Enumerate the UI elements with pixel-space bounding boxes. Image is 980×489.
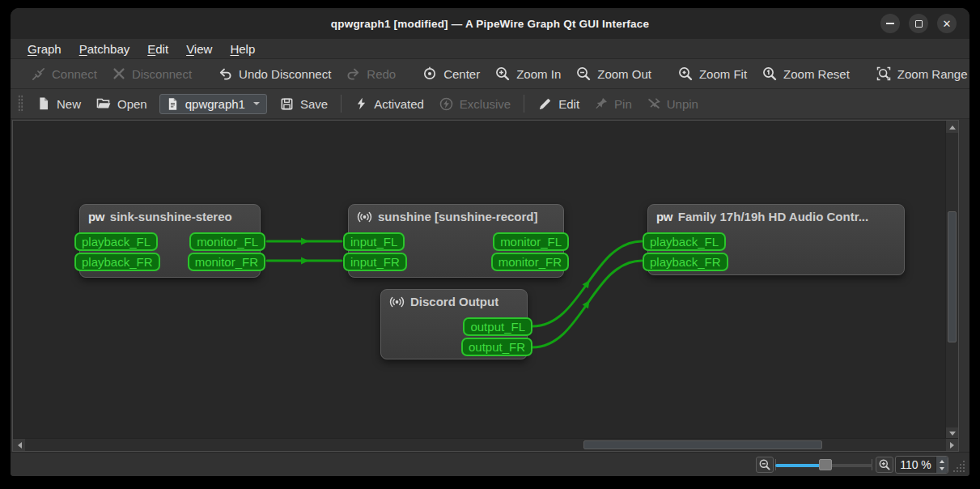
zoom-reset-label: Zoom Reset <box>783 67 850 81</box>
menu-patchbay[interactable]: Patchbay <box>70 41 139 57</box>
zoom-slider[interactable] <box>775 457 872 473</box>
center-label: Center <box>443 67 480 81</box>
node-title: sunshine [sunshine-record] <box>378 210 538 223</box>
scroll-right-button[interactable] <box>946 439 958 451</box>
menu-bar: Graph Patchbay Edit View Help <box>11 39 969 59</box>
graph-port-playback_FR[interactable]: playback_FR <box>74 253 160 271</box>
window-resize-grip[interactable] <box>952 459 966 476</box>
close-button[interactable]: ✕ <box>937 14 957 33</box>
zoom-out-label: Zoom Out <box>597 67 651 81</box>
new-button[interactable]: New <box>29 93 88 114</box>
menu-graph[interactable]: Graph <box>19 41 70 57</box>
exclusive-button[interactable]: Exclusive <box>431 93 518 115</box>
graph-port-monitor_FR[interactable]: monitor_FR <box>491 253 569 271</box>
center-icon <box>422 66 438 82</box>
node-header: sunshine [sunshine-record] <box>349 205 563 223</box>
statusbar-zoom-out-button[interactable] <box>756 457 774 473</box>
toolbar-separator <box>524 95 524 113</box>
exclusive-label: Exclusive <box>460 97 511 111</box>
triangle-left-icon <box>15 442 22 449</box>
scroll-up-button[interactable] <box>946 121 958 133</box>
undo-button[interactable]: Undo Disconnect <box>210 63 338 85</box>
zoom-out-button[interactable]: Zoom Out <box>568 62 659 85</box>
minimize-button[interactable] <box>880 14 900 33</box>
edit-pencil-icon <box>537 96 553 112</box>
graph-node-family[interactable]: pwFamily 17h/19h HD Audio Contr...playba… <box>647 204 905 275</box>
graph-canvas[interactable]: pwsink-sunshine-stereoplayback_FLplaybac… <box>12 120 959 452</box>
chevron-down-icon <box>253 102 260 108</box>
save-icon <box>279 96 295 112</box>
triangle-up-icon <box>949 122 956 130</box>
minimize-icon <box>886 23 894 24</box>
pipewire-icon: pw <box>656 210 672 223</box>
maximize-button[interactable] <box>909 14 928 33</box>
patchbay-selector[interactable]: qpwgraph1 <box>159 94 267 114</box>
graph-port-input_FR[interactable]: input_FR <box>343 253 407 271</box>
zoom-in-icon <box>878 458 891 471</box>
title-bar[interactable]: qpwgraph1 [modified] — A PipeWire Graph … <box>11 8 969 39</box>
unpin-button[interactable]: Unpin <box>639 93 706 114</box>
graph-port-playback_FL[interactable]: playback_FL <box>74 232 158 251</box>
triangle-down-icon <box>940 467 944 473</box>
open-label: Open <box>117 97 147 111</box>
zoom-range-button[interactable]: Zoom Range <box>868 62 969 85</box>
nodes-layer: pwsink-sunshine-stereoplayback_FLplaybac… <box>13 121 958 451</box>
statusbar-zoom-in-button[interactable] <box>876 457 893 473</box>
desktop: { "window": { "title": "qpwgraph1 [modif… <box>0 0 980 489</box>
menu-help[interactable]: Help <box>221 41 264 57</box>
open-button[interactable]: Open <box>88 92 155 115</box>
graph-port-output_FL[interactable]: output_FL <box>463 317 532 336</box>
zoom-slider-handle[interactable] <box>819 459 832 470</box>
graph-node-sunshine[interactable]: sunshine [sunshine-record]input_FLinput_… <box>348 204 564 278</box>
disconnect-icon <box>112 66 126 81</box>
zoom-spinbox[interactable]: 110 % <box>895 456 948 474</box>
vertical-scroll-thumb[interactable] <box>948 211 957 342</box>
file-toolbar: New Open qpwgraph1 Save Activated Exclus… <box>11 89 969 119</box>
node-header: pwsink-sunshine-stereo <box>80 205 260 223</box>
maximize-icon <box>915 20 923 28</box>
graph-port-playback_FL[interactable]: playback_FL <box>643 232 726 251</box>
graph-port-output_FR[interactable]: output_FR <box>461 338 532 356</box>
graph-node-discord[interactable]: Discord Outputoutput_FLoutput_FR <box>380 289 528 359</box>
triangle-right-icon <box>950 442 957 449</box>
save-button[interactable]: Save <box>272 93 335 115</box>
edit-label: Edit <box>558 97 579 111</box>
edit-button[interactable]: Edit <box>530 93 587 115</box>
redo-icon <box>346 66 361 82</box>
graph-port-playback_FR[interactable]: playback_FR <box>643 253 728 271</box>
zoom-in-button[interactable]: Zoom In <box>487 62 568 85</box>
toolbar-drag-handle[interactable] <box>18 95 23 113</box>
menu-view[interactable]: View <box>177 41 221 57</box>
triangle-up-icon <box>940 457 944 463</box>
disconnect-label: Disconnect <box>132 67 192 81</box>
close-icon: ✕ <box>943 19 952 29</box>
slider-track-filled[interactable] <box>775 464 822 467</box>
horizontal-scrollbar[interactable] <box>13 438 958 451</box>
graph-port-monitor_FL[interactable]: monitor_FL <box>189 232 265 251</box>
graph-node-sink[interactable]: pwsink-sunshine-stereoplayback_FLplaybac… <box>79 204 261 278</box>
pin-button[interactable]: Pin <box>587 93 639 114</box>
center-button[interactable]: Center <box>414 62 487 85</box>
activated-button[interactable]: Activated <box>347 93 431 114</box>
redo-button[interactable]: Redo <box>338 63 403 85</box>
horizontal-scroll-thumb[interactable] <box>583 440 822 449</box>
graph-port-input_FL[interactable]: input_FL <box>343 232 405 251</box>
connect-button[interactable]: Connect <box>23 63 104 85</box>
scroll-left-button[interactable] <box>13 439 25 451</box>
spin-buttons <box>935 457 948 473</box>
redo-label: Redo <box>367 67 396 81</box>
vertical-scrollbar[interactable] <box>945 121 958 440</box>
undo-label: Undo Disconnect <box>239 67 331 81</box>
spin-down-button[interactable] <box>936 465 948 473</box>
menu-edit[interactable]: Edit <box>138 41 177 57</box>
graph-port-monitor_FL[interactable]: monitor_FL <box>493 232 569 251</box>
zoom-reset-button[interactable]: Zoom Reset <box>754 62 857 85</box>
zoom-fit-button[interactable]: Zoom Fit <box>670 62 754 85</box>
unpin-label: Unpin <box>667 97 698 111</box>
graph-port-monitor_FR[interactable]: monitor_FR <box>188 253 265 271</box>
patchbay-name: qpwgraph1 <box>185 97 245 111</box>
disconnect-button[interactable]: Disconnect <box>104 63 199 84</box>
pin-label: Pin <box>614 97 632 111</box>
spin-up-button[interactable] <box>936 457 948 465</box>
zoom-reset-icon <box>762 66 778 82</box>
